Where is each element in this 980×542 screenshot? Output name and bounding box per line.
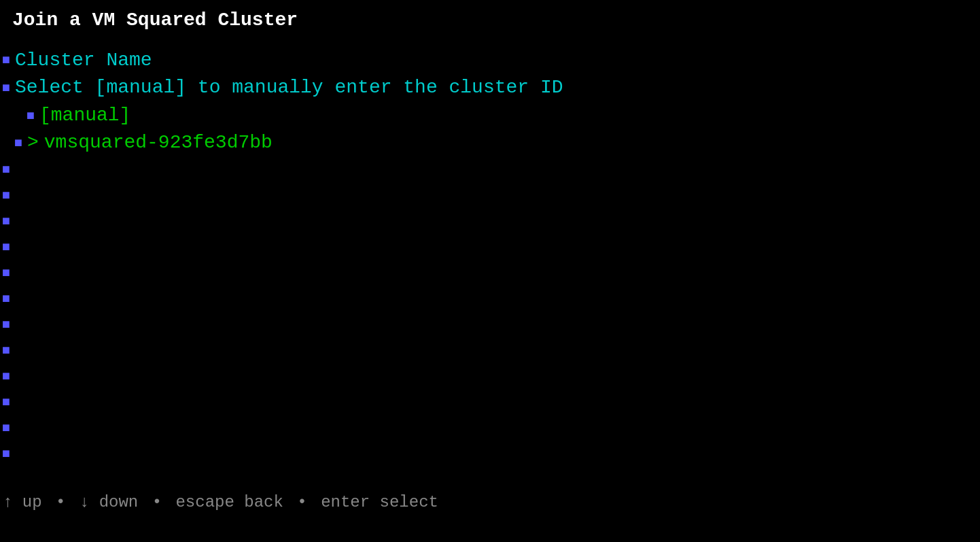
empty-row-4: ■ bbox=[0, 235, 980, 260]
enter-shortcut: enter select bbox=[321, 493, 438, 511]
manual-option-row[interactable]: ■ [manual] bbox=[0, 102, 980, 130]
empty-row-8: ■ bbox=[0, 338, 980, 364]
empty-row-9: ■ bbox=[0, 364, 980, 390]
bullet-10: ■ bbox=[0, 289, 12, 309]
bullet-6: ■ bbox=[0, 186, 12, 205]
manual-option-label: [manual] bbox=[39, 102, 130, 130]
cluster-name-label: Cluster Name bbox=[15, 47, 152, 75]
up-shortcut: ↑ up bbox=[3, 493, 42, 511]
bullet-11: ■ bbox=[0, 315, 12, 335]
empty-row-2: ■ bbox=[0, 183, 980, 209]
bullet-8: ■ bbox=[0, 237, 12, 257]
bullet-1: ■ bbox=[0, 50, 12, 70]
bullet-12: ■ bbox=[0, 341, 12, 360]
bullet-14: ■ bbox=[0, 392, 12, 412]
empty-row-1: ■ bbox=[0, 157, 980, 183]
dot-1: • bbox=[56, 493, 65, 511]
dot-3: • bbox=[297, 493, 307, 511]
selection-arrow: > bbox=[27, 129, 39, 157]
empty-row-3: ■ bbox=[0, 209, 980, 235]
dot-2: • bbox=[152, 493, 162, 511]
keyboard-shortcuts-footer: ↑ up • ↓ down • escape back • enter sele… bbox=[0, 491, 980, 515]
empty-row-10: ■ bbox=[0, 390, 980, 416]
instruction-row: ■ Select [manual] to manually enter the … bbox=[0, 74, 980, 102]
bullet-9: ■ bbox=[0, 263, 12, 283]
empty-row-5: ■ bbox=[0, 260, 980, 286]
page-title: Join a VM Squared Cluster bbox=[0, 7, 980, 35]
empty-row-11: ■ bbox=[0, 416, 980, 441]
cluster-name-row: ■ Cluster Name bbox=[0, 47, 980, 75]
cluster-id-value: vmsquared-923fe3d7bb bbox=[44, 129, 273, 157]
bullet-5: ■ bbox=[0, 160, 12, 180]
empty-row-7: ■ bbox=[0, 312, 980, 338]
escape-shortcut: escape back bbox=[175, 493, 283, 511]
down-shortcut: ↓ down bbox=[80, 493, 138, 511]
instruction-text: Select [manual] to manually enter the cl… bbox=[15, 74, 563, 102]
bullet-13: ■ bbox=[0, 367, 12, 386]
bullet-2: ■ bbox=[0, 78, 12, 98]
bullet-16: ■ bbox=[0, 444, 12, 464]
bullet-7: ■ bbox=[0, 211, 12, 231]
terminal-window: Join a VM Squared Cluster ■ Cluster Name… bbox=[0, 0, 980, 542]
bullet-4: ■ bbox=[12, 133, 24, 153]
empty-row-6: ■ bbox=[0, 286, 980, 312]
bullet-15: ■ bbox=[0, 418, 12, 438]
selected-cluster-row[interactable]: ■ > vmsquared-923fe3d7bb bbox=[0, 129, 980, 157]
empty-row-12: ■ bbox=[0, 441, 980, 467]
bullet-3: ■ bbox=[24, 106, 37, 126]
